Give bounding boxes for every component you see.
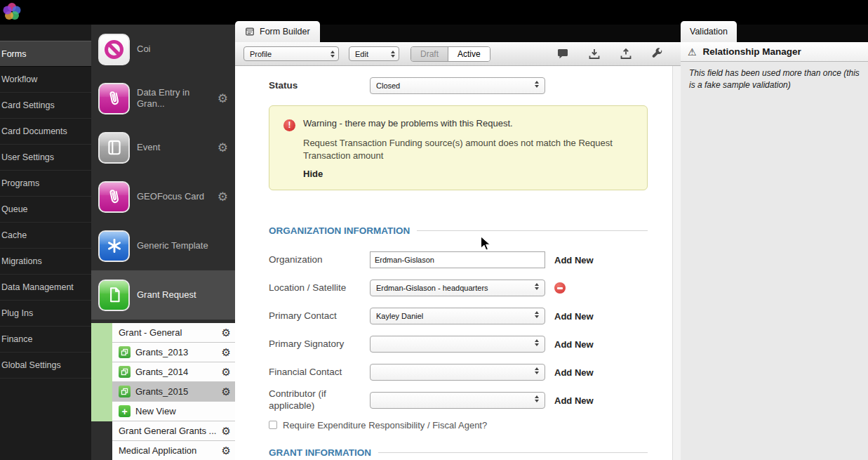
tab-validation[interactable]: Validation <box>681 21 737 42</box>
field-label: Primary Contact <box>269 310 370 322</box>
gear-icon[interactable]: ⚙ <box>222 386 231 397</box>
edit-select-value: Edit <box>355 50 368 58</box>
sidebar-item-card-settings[interactable]: Card Settings <box>0 93 91 119</box>
views-icon <box>119 346 131 358</box>
select-arrows-icon <box>531 367 542 374</box>
sidebar-item-workflow[interactable]: Workflow <box>0 67 91 93</box>
gear-icon[interactable]: ⚙ <box>222 426 231 436</box>
select-arrows-icon <box>387 51 399 58</box>
profile-select-value: Profile <box>250 50 272 58</box>
card-item-geofocus[interactable]: GEOFocus Card ⚙ <box>91 172 235 221</box>
grant-section-title: GRANT INFORMATION <box>269 447 648 458</box>
comment-icon[interactable] <box>556 48 569 60</box>
card-label: Event <box>137 142 218 153</box>
warning-banner: ! Warning - there may be problems with t… <box>269 105 648 190</box>
app-logo-icon[interactable] <box>1 1 22 22</box>
gear-icon[interactable]: ⚙ <box>222 347 231 357</box>
location-select[interactable]: Erdman-Gislason - headquarters <box>370 280 545 296</box>
select-arrows-icon <box>531 81 542 88</box>
card-item-coi[interactable]: Coi <box>91 25 235 74</box>
view-label: New View <box>135 406 176 416</box>
contributor-select[interactable] <box>370 392 545 409</box>
download-icon[interactable] <box>588 48 601 60</box>
sidebar-item-finance[interactable]: Finance <box>0 327 91 353</box>
field-label: Contributor (if applicable) <box>269 388 370 412</box>
card-item-generic-template[interactable]: Generic Template <box>91 221 235 270</box>
add-new-link[interactable]: Add New <box>554 367 594 378</box>
edit-select[interactable]: Edit <box>349 46 399 61</box>
view-row-grant-general-grants[interactable]: Grant General Grants ... ⚙ <box>112 421 235 441</box>
view-label: Grant General Grants ... <box>119 426 216 436</box>
card-label: Grant Request <box>137 289 228 301</box>
view-row-new-view[interactable]: + New View <box>112 402 235 421</box>
sidebar-item-queue[interactable]: Queue <box>0 197 91 223</box>
gear-icon[interactable]: ⚙ <box>222 445 231 456</box>
primary-signatory-select[interactable] <box>370 336 545 353</box>
expenditure-checkbox[interactable] <box>269 421 277 429</box>
organization-input[interactable] <box>370 251 545 268</box>
gear-icon[interactable]: ⚙ <box>218 93 228 105</box>
plus-icon: + <box>119 405 131 417</box>
paperclip-icon <box>98 181 130 213</box>
validation-body: ⚠ Relationship Manager This field has be… <box>681 42 868 460</box>
organization-field-row: Organization Add New <box>269 251 648 268</box>
form-builder-panel: Form Builder Profile Edit Draft Active S… <box>235 21 681 460</box>
gear-icon[interactable]: ⚙ <box>218 191 228 203</box>
form-builder-icon <box>245 27 255 37</box>
views-icon <box>119 366 131 378</box>
remove-icon[interactable] <box>554 282 566 294</box>
sidebar-item-migrations[interactable]: Migrations <box>0 249 91 275</box>
card-label: GEOFocus Card <box>137 191 218 202</box>
status-select[interactable]: Closed <box>370 77 545 94</box>
financial-contact-field-row: Financial Contact Add New <box>269 364 648 381</box>
views-icon <box>119 386 131 397</box>
card-item-data-entry[interactable]: Data Entry in Gran... ⚙ <box>91 74 235 123</box>
add-new-link[interactable]: Add New <box>554 339 594 350</box>
upload-icon[interactable] <box>620 48 632 60</box>
sidebar-item-card-documents[interactable]: Card Documents <box>0 119 91 145</box>
card-item-grant-request[interactable]: Grant Request <box>91 270 235 320</box>
form-scrollbar[interactable] <box>672 66 681 460</box>
active-button[interactable]: Active <box>448 47 490 61</box>
gear-icon[interactable]: ⚙ <box>218 142 228 154</box>
select-arrows-icon <box>327 51 338 58</box>
sidebar-item-programs[interactable]: Programs <box>0 171 91 197</box>
main-nav: Forms Workflow Card Settings Card Docume… <box>0 25 91 460</box>
gear-icon[interactable]: ⚙ <box>222 327 231 338</box>
add-new-link[interactable]: Add New <box>554 255 594 265</box>
view-row-grants-2013[interactable]: Grants_2013 ⚙ <box>112 343 235 362</box>
sidebar-item-cache[interactable]: Cache <box>0 223 91 249</box>
sidebar-item-plug-ins[interactable]: Plug Ins <box>0 301 91 327</box>
view-row-grant-general[interactable]: Grant - General ⚙ <box>112 323 235 343</box>
card-icon <box>98 132 130 164</box>
card-type-list: Coi Data Entry in Gran... ⚙ Event ⚙ GEOF… <box>91 25 235 460</box>
view-list: Grant - General ⚙ Grants_2013 ⚙ Grants_2… <box>91 323 235 460</box>
gear-icon[interactable]: ⚙ <box>222 367 231 377</box>
field-label: Primary Signatory <box>269 339 370 350</box>
view-row-medical-application[interactable]: Medical Application ⚙ <box>112 441 235 460</box>
view-label: Medical Application <box>119 445 196 456</box>
document-icon <box>98 280 130 311</box>
form-builder-toolbar: Profile Edit Draft Active <box>235 42 681 66</box>
hide-link[interactable]: Hide <box>303 169 323 179</box>
draft-button[interactable]: Draft <box>411 47 448 61</box>
profile-select[interactable]: Profile <box>243 46 339 61</box>
sidebar-item-forms[interactable]: Forms <box>0 41 91 67</box>
warning-triangle-icon: ⚠ <box>688 46 697 58</box>
view-row-grants-2015[interactable]: Grants_2015 ⚙ <box>112 382 235 402</box>
checkbox-label: Require Expenditure Responsibility / Fis… <box>283 420 487 431</box>
card-item-event[interactable]: Event ⚙ <box>91 123 235 172</box>
sidebar-item-user-settings[interactable]: User Settings <box>0 145 91 171</box>
add-new-link[interactable]: Add New <box>554 311 594 322</box>
tab-form-builder[interactable]: Form Builder <box>235 21 320 42</box>
add-new-link[interactable]: Add New <box>554 395 594 406</box>
sidebar-item-data-management[interactable]: Data Management <box>0 275 91 301</box>
view-row-grants-2014[interactable]: Grants_2014 ⚙ <box>112 362 235 382</box>
wrench-icon[interactable] <box>651 48 664 60</box>
sidebar-item-global-settings[interactable]: Global Settings <box>0 353 91 379</box>
financial-contact-select[interactable] <box>370 364 545 381</box>
status-label: Status <box>269 80 370 92</box>
validation-message: This field has been used more than once … <box>681 62 868 97</box>
draft-active-toggle: Draft Active <box>410 46 490 62</box>
primary-contact-select[interactable]: Kayley Daniel <box>370 308 545 324</box>
